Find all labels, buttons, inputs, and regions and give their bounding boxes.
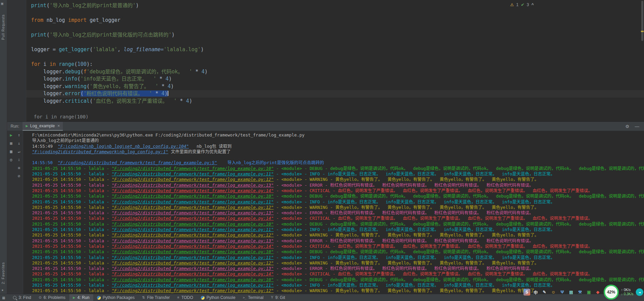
statusbar-problems[interactable]: ⊙6: Problems xyxy=(35,294,69,301)
statusbar-python-console[interactable]: Python Console xyxy=(197,294,239,301)
statusbar-todo[interactable]: ≡TODO xyxy=(173,294,197,301)
statusbar-run[interactable]: ▶4: Run xyxy=(69,294,93,301)
emoji-icon[interactable]: ☺ xyxy=(550,289,557,296)
stop-icon[interactable]: ■ xyxy=(10,141,12,146)
code-line[interactable]: 6 xyxy=(7,39,644,46)
print-icon[interactable]: ≡ xyxy=(18,166,20,170)
pen-icon[interactable]: ✎ xyxy=(541,289,548,296)
memory-percent: 42% xyxy=(607,290,615,295)
scroll-to-end-icon[interactable]: ⇩ xyxy=(18,158,20,162)
file-link[interactable]: "F:/coding2/distributed_framework/test_f… xyxy=(112,238,274,243)
file-link[interactable]: "F:/coding2/distributed_framework/test_f… xyxy=(112,249,274,254)
tray-alert-icon[interactable]: ◆ xyxy=(594,289,601,296)
file-link[interactable]: "F:/coding2/distributed_framework/test_f… xyxy=(112,188,274,193)
up-stack-trace-icon[interactable]: ↑ xyxy=(18,133,20,138)
chinese-mode-icon[interactable]: 中 xyxy=(532,289,539,296)
run-console[interactable]: F:\minicondadir\Miniconda2\envs\py36\pyt… xyxy=(23,131,644,294)
file-link[interactable]: "F:/coding2/distributed_framework/test_f… xyxy=(112,288,274,293)
clear-output-icon[interactable]: ⊘ xyxy=(18,174,20,178)
rerun-icon[interactable]: ▶ xyxy=(10,133,12,138)
statusbar-git[interactable]: Y9: Git xyxy=(267,294,289,301)
file-link[interactable]: "F:/coding2/distributed_framework/test_f… xyxy=(58,160,217,165)
file-link[interactable]: "F:/coding2/distributed_framework/test_f… xyxy=(112,177,274,182)
console-log-line-info: 2021-05-25 14:55:50 - lalala - "F:/codin… xyxy=(32,255,644,260)
run-icon: ▶ xyxy=(26,124,28,128)
file-link[interactable]: "F:/coding2/distributed_framework/test_f… xyxy=(112,255,274,260)
code-text: logger.critical('血红色，说明发生了严重错误。 ' * 4) xyxy=(21,98,192,105)
file-link[interactable]: "F:/coding2/distributed_framework/test_f… xyxy=(112,232,274,238)
pin-icon[interactable]: ◎ xyxy=(10,158,12,162)
statusbar-find[interactable]: 3: Find xyxy=(9,294,35,301)
tray-collapse-icon[interactable]: ◄ xyxy=(636,288,643,296)
code-line[interactable]: 1print('导入nb_log之前的print是普通的') xyxy=(7,2,644,10)
tool-window-stripe-icon[interactable]: ▣ xyxy=(1,1,3,6)
code-line[interactable]: 2 xyxy=(7,10,644,17)
memory-ball[interactable]: 42% xyxy=(604,285,619,300)
file-link[interactable]: "F:/coding2/distributed_framework/test_f… xyxy=(112,199,274,204)
tray-grid-icon[interactable]: ▣ xyxy=(586,289,592,296)
code-line[interactable]: 12 logger.warning('黄色yello，有警告了。 ' * 4) xyxy=(7,83,644,90)
code-line[interactable]: 10 logger.debug(f'debug是绿色，说明是调试的，代码ok。 … xyxy=(7,68,644,76)
editor-scrollbar[interactable] xyxy=(641,0,644,121)
statusbar-terminal[interactable]: >_Terminal xyxy=(239,294,267,301)
console-line: 14:55:49 "F:\coding2\nb_log\nb_log\set_n… xyxy=(32,144,644,149)
file-link[interactable]: "F:\coding2\distributed_framework\nb_log… xyxy=(32,149,168,154)
network-speed-widget: ↑ 0K/s ↓ 0.3K/s xyxy=(621,288,633,296)
file-link[interactable]: "F:/coding2/distributed_framework/test_f… xyxy=(112,227,274,232)
console-log-line-info: 2021-05-25 14:55:50 - lalala - "F:/codin… xyxy=(32,227,644,232)
inspections-widget[interactable]: ⚠ 1 ✔ 3 ^ xyxy=(510,2,534,7)
keyboard-icon[interactable]: ▤ xyxy=(568,289,575,296)
restore-layout-icon[interactable]: ▦ xyxy=(10,149,12,154)
file-link[interactable]: "F:/coding2/distributed_framework/test_f… xyxy=(112,277,274,282)
settings-gear-icon[interactable]: ⚙ xyxy=(625,124,629,129)
file-link[interactable]: "F:/coding2/distributed_framework/test_f… xyxy=(112,210,274,215)
console-line: 14:55:50 "F:/coding2/distributed_framewo… xyxy=(32,160,644,166)
close-tab-icon[interactable]: × xyxy=(57,124,60,128)
code-line[interactable]: 4 xyxy=(7,24,644,32)
file-link[interactable]: "F:/coding2/distributed_framework/test_f… xyxy=(112,194,274,199)
code-lines[interactable]: 1print('导入nb_log之前的print是普通的')23from nb_… xyxy=(7,2,644,112)
upload-speed: 0K/s xyxy=(624,288,631,292)
file-link[interactable]: "F:/coding2/distributed_framework/test_f… xyxy=(112,244,274,249)
toolbox-icon[interactable]: ⚒ xyxy=(577,289,584,296)
file-link[interactable]: "F:/coding2/distributed_framework/test_f… xyxy=(112,260,274,266)
statusbar-file-transfer[interactable]: ⇅File Transfer xyxy=(138,294,173,301)
terminal-icon: >_ xyxy=(243,296,246,299)
file-link[interactable]: "F:/coding2/distributed_framework/test_f… xyxy=(112,183,274,188)
code-editor[interactable]: 1print('导入nb_log之前的print是普通的')23from nb_… xyxy=(7,0,644,121)
code-line[interactable]: 14 logger.critical('血红色，说明发生了严重错误。 ' * 4… xyxy=(7,98,644,105)
code-line[interactable]: 13 logger.error('粉红色说明代码有错误。 ' * 4) xyxy=(7,90,644,98)
file-link[interactable]: "F:/coding2/distributed_framework/test_f… xyxy=(112,283,274,288)
code-line[interactable]: 11 logger.info('info是天蓝色，日志正常。 ' * 4) xyxy=(7,75,644,83)
file-link[interactable]: "F:/coding2/distributed_framework/test_f… xyxy=(112,221,274,227)
code-line[interactable]: 3from nb_log import get_logger xyxy=(7,17,644,24)
code-line[interactable]: 5print('导入nb_log之后的print是强化版的可点击跳转的') xyxy=(7,31,644,39)
file-link[interactable]: "F:/coding2/distributed_framework/test_f… xyxy=(112,271,274,276)
file-link[interactable]: "F:/coding2/distributed_framework/test_f… xyxy=(112,171,274,176)
file-link[interactable]: "F:/coding2/distributed_framework/test_f… xyxy=(112,166,274,171)
code-line[interactable]: 8 xyxy=(7,54,644,61)
soft-wrap-icon[interactable]: ↵ xyxy=(18,149,20,154)
file-link[interactable]: "F:/coding2/distributed_framework/test_f… xyxy=(112,205,274,210)
scrollbar-thumb[interactable] xyxy=(641,1,643,41)
favorites-star-icon[interactable]: ★ xyxy=(1,288,4,292)
mic-icon[interactable]: Ψ xyxy=(559,289,566,296)
sogou-input-logo[interactable]: S xyxy=(523,289,530,296)
file-link[interactable]: "F:/coding2/distributed_framework/test_f… xyxy=(112,216,274,221)
run-tab[interactable]: ▶ Log_example × xyxy=(23,122,63,131)
console-log-line-debug: 2021-05-25 14:55:50 - lalala - "F:/codin… xyxy=(32,277,644,283)
file-link[interactable]: "F:/coding2/distributed_framework/test_f… xyxy=(112,266,274,271)
favorites-stripe-button[interactable]: 2: Favorites xyxy=(1,262,5,284)
code-line[interactable]: 7logger = get_logger('lalala', log_filen… xyxy=(7,46,644,54)
tool-windows-switcher-icon[interactable]: ▦ xyxy=(2,296,5,300)
code-line[interactable]: 9for i in range(100): xyxy=(7,61,644,68)
warning-stripe-mark[interactable] xyxy=(641,31,644,32)
statusbar-python-packages[interactable]: Python Packages xyxy=(93,294,138,301)
code-line[interactable]: 15 xyxy=(7,105,644,112)
pull-requests-stripe-button[interactable]: Pull Requests xyxy=(1,14,5,40)
down-stack-trace-icon[interactable]: ↓ xyxy=(18,141,20,146)
editor-gutter[interactable] xyxy=(7,0,26,121)
file-link[interactable]: "F:\coding2\nb_log\nb_log\set_nb_log_con… xyxy=(58,144,189,149)
chevron-up-icon[interactable]: ^ xyxy=(531,2,534,7)
hide-panel-icon[interactable]: — xyxy=(635,124,639,129)
